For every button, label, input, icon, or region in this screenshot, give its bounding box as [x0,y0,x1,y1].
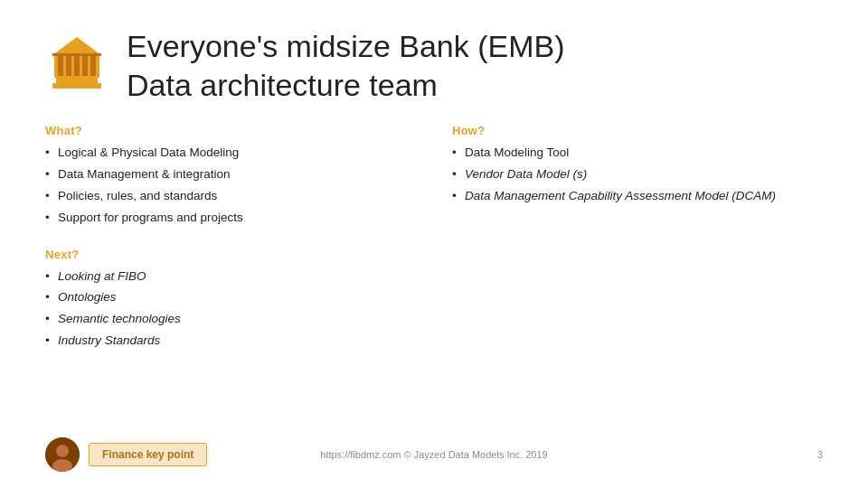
svg-rect-7 [90,56,96,76]
list-item: Ontologies [45,289,823,306]
list-item: Policies, rules, and standards [45,188,416,205]
next-label: Next? [45,248,823,261]
how-label: How? [452,124,823,137]
list-item: Industry Standards [45,333,823,350]
two-columns: What? Logical & Physical Data Modeling D… [45,124,823,231]
svg-rect-9 [52,53,101,56]
list-item: Data Management & integration [45,166,416,183]
list-item: Data Management Capability Assessment Mo… [452,188,823,205]
title-block: Everyone's midsize Bank (EMB) Data archi… [127,27,565,104]
list-item: Semantic technologies [45,311,823,328]
finance-badge: Finance key point [89,443,207,466]
svg-marker-8 [52,37,101,55]
how-list: Data Modeling Tool Vendor Data Model (s)… [452,145,823,205]
svg-rect-1 [56,78,98,83]
avatar [45,437,80,472]
bank-icon [45,32,108,95]
how-column: How? Data Modeling Tool Vendor Data Mode… [452,124,823,231]
footer-left: Finance key point [45,437,207,472]
header: Everyone's midsize Bank (EMB) Data archi… [45,27,823,104]
slide: Everyone's midsize Bank (EMB) Data archi… [0,0,868,488]
list-item: Logical & Physical Data Modeling [45,145,416,162]
list-item: Vendor Data Model (s) [452,166,823,183]
svg-rect-6 [82,56,88,76]
next-list: Looking at FIBO Ontologies Semantic tech… [45,268,823,351]
footer-url: https://fibdmz.com © Jayzed Data Models … [320,449,547,460]
next-section: Next? Looking at FIBO Ontologies Semanti… [45,248,823,351]
what-column: What? Logical & Physical Data Modeling D… [45,124,416,231]
svg-rect-4 [66,56,71,76]
what-label: What? [45,124,416,137]
what-list: Logical & Physical Data Modeling Data Ma… [45,145,416,227]
svg-point-11 [56,445,69,457]
svg-rect-3 [58,56,63,76]
title-line1: Everyone's midsize Bank (EMB) [127,27,565,66]
title-line2: Data architecture team [127,66,565,105]
footer-page-number: 3 [817,449,823,460]
list-item: Data Modeling Tool [452,145,823,162]
footer: Finance key point https://fibdmz.com © J… [45,437,823,472]
svg-rect-0 [52,83,101,89]
svg-rect-5 [74,56,80,76]
list-item: Looking at FIBO [45,268,823,286]
list-item: Support for programs and projects [45,210,416,227]
